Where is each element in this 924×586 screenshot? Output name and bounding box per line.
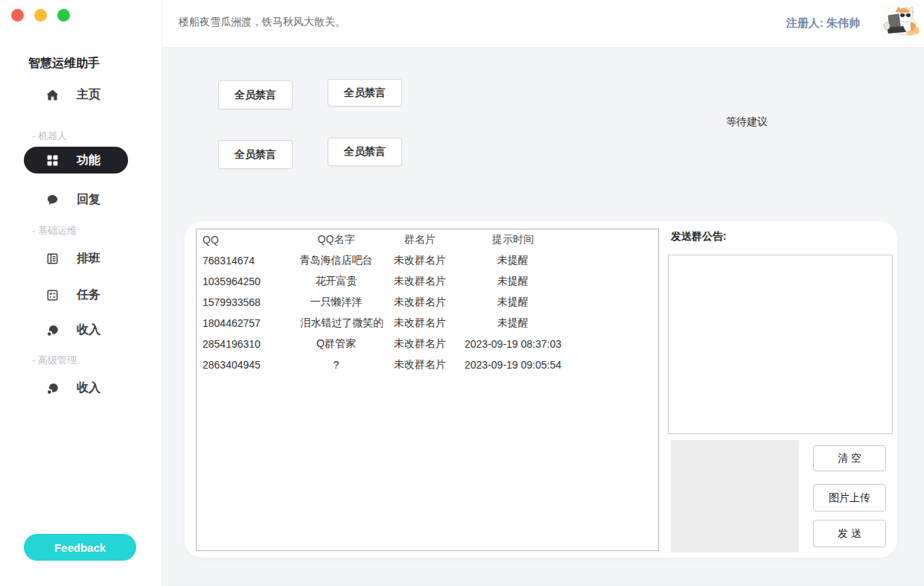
cell-qq: 2854196310 [197, 334, 290, 354]
sidebar-item-label: 回复 [77, 192, 101, 208]
announcement-textarea[interactable] [668, 255, 893, 434]
table-row[interactable]: 1035964250 花开富贵 未改群名片 未提醒 [197, 271, 658, 292]
sidebar-item-label: 收入 [77, 322, 101, 338]
announcement-label: 发送群公告: [671, 230, 727, 243]
chat-icon [46, 194, 59, 206]
cell-qq: 1035964250 [197, 271, 290, 292]
sidebar-item-reply[interactable]: 回复 [0, 188, 162, 211]
cell-group-card: 未改群名片 [383, 250, 457, 271]
cell-qq: 2863404945 [197, 354, 290, 375]
income-icon [46, 324, 59, 337]
sidebar-item-label: 任务 [77, 287, 101, 303]
table-row[interactable]: 1579933568 一只懒洋洋 未改群名片 未提醒 [197, 292, 658, 313]
image-upload-button[interactable]: 图片上传 [813, 484, 886, 512]
table-header-row: QQ QQ名字 群名片 提示时间 [197, 229, 658, 250]
sidebar: 智慧运维助手 主页 - 机器人 功能 回复 - 基础运维 [0, 0, 162, 586]
table-row[interactable]: 2863404945 ? 未改群名片 2023-09-19 09:05:54 [197, 354, 658, 375]
mute-all-button-4[interactable]: 全员禁言 [328, 138, 402, 166]
sidebar-section-advanced: - 高级管理 [32, 354, 77, 367]
sidebar-section-robot: - 机器人 [32, 130, 67, 143]
cell-qq: 1804462757 [197, 313, 290, 334]
home-icon [46, 89, 59, 101]
app-title: 智慧运维助手 [28, 56, 100, 71]
column-header-group-card: 群名片 [383, 229, 457, 250]
cell-group-card: 未改群名片 [383, 313, 457, 334]
sidebar-item-label: 功能 [77, 153, 101, 168]
cell-remind-time: 未提醒 [457, 313, 569, 334]
motto-text: 楼船夜雪瓜洲渡，铁马秋风大散关。 [179, 16, 345, 29]
cell-remind-time: 未提醒 [457, 271, 569, 292]
cell-remind-time: 2023-09-19 09:05:54 [457, 354, 569, 375]
cell-qq-name: 青岛海信店吧台 [290, 250, 383, 271]
window-zoom-button[interactable] [57, 9, 70, 22]
status-text: 等待建议 [726, 115, 768, 129]
sidebar-item-home[interactable]: 主页 [0, 83, 162, 106]
sidebar-section-basic-ops: - 基础运维 [32, 224, 77, 238]
cell-qq-name: ? [290, 354, 383, 375]
main-content: 全员禁言 全员禁言 全员禁言 全员禁言 等待建议 QQ QQ名字 群名片 提示时… [162, 48, 924, 586]
column-header-remind-time: 提示时间 [457, 229, 569, 250]
mute-all-button-1[interactable]: 全员禁言 [218, 80, 293, 109]
cell-qq: 768314674 [197, 250, 290, 271]
cell-qq-name: 花开富贵 [290, 271, 383, 292]
tasks-icon [46, 289, 59, 302]
sidebar-item-income[interactable]: 收入 [0, 319, 162, 341]
registrant-label: 注册人: 朱伟帅 [786, 16, 860, 31]
cell-group-card: 未改群名片 [383, 334, 457, 354]
column-header-qq-name: QQ名字 [290, 229, 383, 250]
window-minimize-button[interactable] [34, 9, 47, 22]
grid-icon [46, 154, 59, 167]
cell-remind-time: 未提醒 [457, 250, 569, 271]
sidebar-item-tasks[interactable]: 任务 [0, 284, 162, 306]
mute-all-button-2[interactable]: 全员禁言 [328, 79, 402, 106]
mute-all-button-3[interactable]: 全员禁言 [218, 140, 293, 169]
member-list: QQ QQ名字 群名片 提示时间 768314674 青岛海信店吧台 未改群名片… [196, 229, 659, 551]
avatar-image [881, 2, 920, 36]
sidebar-item-label: 主页 [77, 87, 101, 103]
sidebar-item-income-advanced[interactable]: 收入 [0, 377, 162, 399]
send-button[interactable]: 发 送 [813, 520, 886, 547]
window-close-button[interactable] [11, 9, 24, 22]
schedule-icon [46, 252, 59, 265]
cell-qq: 1579933568 [197, 292, 290, 313]
cell-group-card: 未改群名片 [383, 354, 457, 375]
table-row[interactable]: 2854196310 Q群管家 未改群名片 2023-09-19 08:37:0… [197, 334, 658, 354]
image-preview-placeholder [671, 440, 799, 552]
topbar: 楼船夜雪瓜洲渡，铁马秋风大散关。 注册人: 朱伟帅 [162, 0, 924, 48]
cell-qq-name: 一只懒洋洋 [290, 292, 383, 313]
feedback-button[interactable]: Feedback [24, 534, 136, 561]
cell-qq-name: Q群管家 [290, 334, 383, 354]
sidebar-item-functions[interactable]: 功能 [24, 147, 128, 173]
sidebar-item-scheduling[interactable]: 排班 [0, 247, 162, 270]
sidebar-item-label: 收入 [77, 380, 101, 396]
income-icon [46, 382, 59, 395]
table-row[interactable]: 1804462757 ゞ泪水错过了微笑的妖... 未改群名片 未提醒 [197, 313, 658, 334]
cell-remind-time: 未提醒 [457, 292, 569, 313]
cell-remind-time: 2023-09-19 08:37:03 [457, 334, 569, 354]
cell-qq-name: ゞ泪水错过了微笑的妖... [290, 313, 383, 334]
cell-group-card: 未改群名片 [383, 292, 457, 313]
sidebar-item-label: 排班 [77, 251, 101, 267]
group-panel-card: QQ QQ名字 群名片 提示时间 768314674 青岛海信店吧台 未改群名片… [185, 221, 897, 558]
column-header-qq: QQ [197, 229, 290, 250]
cell-group-card: 未改群名片 [383, 271, 457, 292]
table-row[interactable]: 768314674 青岛海信店吧台 未改群名片 未提醒 [197, 250, 658, 271]
clear-button[interactable]: 清 空 [813, 445, 886, 471]
